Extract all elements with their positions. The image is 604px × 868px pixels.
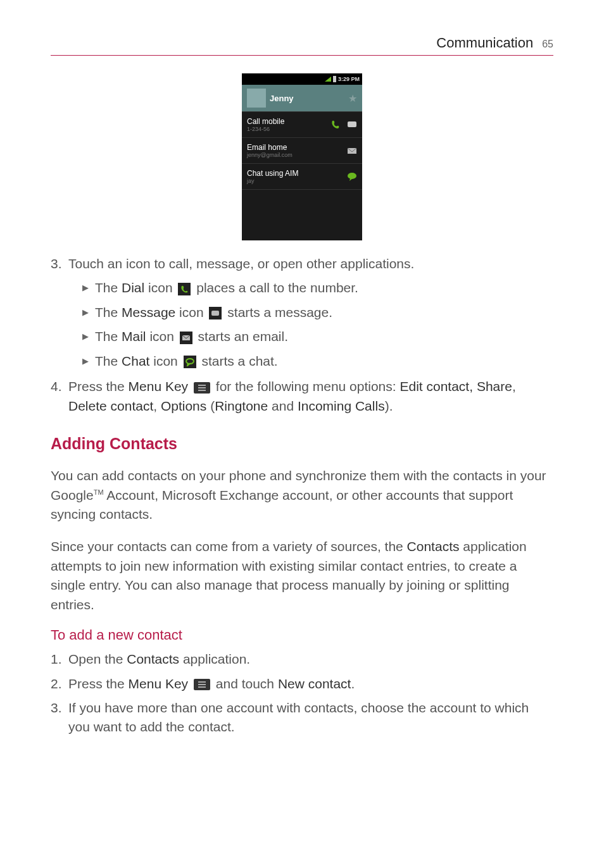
bullet-mail: ▶ The Mail icon starts an email. [82, 327, 553, 346]
bullet-rest: starts a chat. [201, 354, 277, 368]
signal-icon [325, 77, 331, 82]
menu-key-label: Menu Key [129, 676, 189, 691]
svg-rect-3 [211, 311, 219, 316]
menu-key-icon [194, 382, 210, 394]
svg-point-2 [348, 173, 356, 179]
share-option: Share [477, 379, 512, 394]
step-number: 2. [51, 674, 68, 693]
step-4: 4. Press the Menu Key for the following … [51, 377, 553, 416]
bullet-rest: starts a message. [227, 305, 332, 319]
message-label: Message [122, 305, 175, 319]
row-title: Call mobile [247, 117, 330, 126]
step-text: Touch an icon to call, message, or open … [68, 254, 414, 273]
para-1: You can add contacts on your phone and s… [51, 466, 553, 524]
contacts-app: Contacts [127, 652, 179, 666]
row-subtitle: 1-234-56 [247, 126, 330, 132]
contact-row-email: Email home jenny@gmail.com [242, 137, 362, 163]
battery-icon [333, 76, 336, 82]
chat-icon [184, 356, 196, 368]
sub1-post: application. [179, 652, 250, 666]
close-paren: ). [385, 399, 393, 413]
row-subtitle: jenny@gmail.com [247, 152, 347, 158]
step-number: 4. [51, 377, 68, 416]
sub-step-1: 1. Open the Contacts application. [51, 650, 553, 669]
avatar [247, 89, 266, 108]
bullet-pre: The [95, 354, 122, 368]
message-icon [209, 307, 222, 319]
contact-row-call: Call mobile 1-234-56 [242, 111, 362, 137]
sub2-post: . [351, 676, 355, 691]
bullet-pre: The [95, 280, 122, 295]
bullet-pre: The [95, 329, 122, 344]
mail-icon [180, 332, 192, 344]
bullet-dial: ▶ The Dial icon places a call to the num… [82, 278, 553, 297]
phone-icon [330, 120, 341, 130]
contact-name: Jenny [270, 94, 294, 103]
trademark-tm: TM [94, 488, 104, 496]
svg-rect-0 [348, 121, 356, 127]
page-header: Communication 65 [51, 35, 553, 56]
contact-row-chat: Chat using AIM jay [242, 163, 362, 189]
para2-a: Since your contacts can come from a vari… [51, 539, 407, 554]
incoming-calls-option: Incoming Calls [298, 399, 385, 413]
bullet-rest: places a call to the number. [196, 280, 358, 295]
and-word: and [268, 399, 298, 413]
empty-area [242, 189, 362, 240]
sub-step-2: 2. Press the Menu Key and touch New cont… [51, 674, 553, 693]
favorite-star-icon: ★ [348, 92, 357, 104]
status-time: 3:29 PM [338, 76, 360, 82]
sub-step-3: 3. If you have more than one account wit… [51, 698, 553, 737]
mail-label: Mail [122, 329, 146, 344]
edit-contact-option: Edit contact, [400, 379, 473, 394]
phone-screenshot: 3:29 PM Jenny ★ Call mobile 1-234-56 [242, 73, 362, 240]
para1-post: Account, Microsoft Exchange account, or … [51, 488, 513, 521]
screenshot-container: 3:29 PM Jenny ★ Call mobile 1-234-56 [51, 73, 553, 240]
subsection-heading: To add a new contact [51, 627, 553, 643]
dial-icon [178, 283, 191, 295]
status-bar: 3:29 PM [242, 73, 362, 85]
sub1-pre: Open the [68, 652, 127, 666]
dial-label: Dial [122, 280, 144, 295]
sub2-pre: Press the [68, 676, 129, 691]
bullet-caret-icon: ▶ [82, 307, 89, 319]
sms-icon [347, 120, 357, 130]
mail-icon [347, 146, 357, 156]
step-number: 1. [51, 650, 68, 669]
step4-pre: Press the [68, 379, 129, 394]
delete-contact-option: Delete contact [68, 399, 153, 413]
section-heading-adding-contacts: Adding Contacts [51, 435, 553, 453]
step-number: 3. [51, 254, 68, 273]
ringtone-option: Ringtone [215, 399, 268, 413]
menu-key-icon [194, 679, 210, 690]
menu-key-label: Menu Key [129, 379, 189, 394]
new-contact-option: New contact [278, 676, 351, 691]
chat-label: Chat [122, 354, 149, 368]
options-option: Options [161, 399, 206, 413]
header-title: Communication [436, 35, 533, 51]
row-title: Email home [247, 143, 347, 152]
bullet-rest: starts an email. [198, 329, 288, 344]
step-3: 3. Touch an icon to call, message, or op… [51, 254, 553, 273]
bullet-pre: The [95, 305, 122, 319]
sub2-mid: and touch [216, 676, 278, 691]
step4-mid: for the following menu options: [216, 379, 400, 394]
bullet-chat: ▶ The Chat icon starts a chat. [82, 352, 553, 371]
chat-icon [347, 171, 357, 182]
step-number: 3. [51, 698, 68, 737]
bullet-caret-icon: ▶ [82, 331, 89, 343]
bullet-caret-icon: ▶ [82, 282, 89, 294]
para-2: Since your contacts can come from a vari… [51, 537, 553, 614]
sub3-text: If you have more than one account with c… [68, 698, 553, 737]
row-title: Chat using AIM [247, 169, 347, 178]
bullet-caret-icon: ▶ [82, 356, 89, 368]
header-page-number: 65 [542, 39, 553, 50]
contacts-app-name: Contacts [407, 539, 460, 554]
contact-header: Jenny ★ [242, 85, 362, 111]
bullet-message: ▶ The Message icon starts a message. [82, 303, 553, 322]
row-subtitle: jay [247, 178, 347, 184]
